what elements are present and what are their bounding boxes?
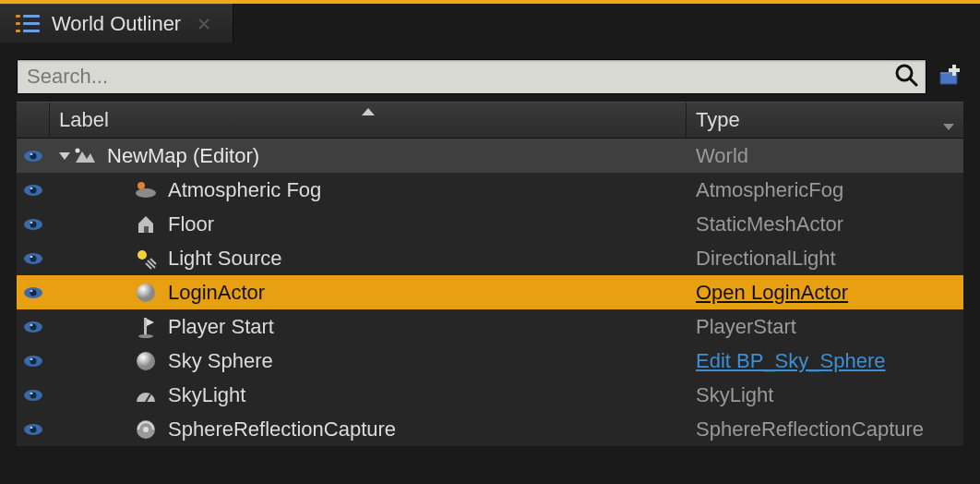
svg-point-32 — [30, 290, 33, 292]
svg-rect-22 — [144, 226, 149, 233]
row-label: NewMap (Editor) — [107, 144, 259, 168]
column-header-row: Label Type — [17, 102, 963, 139]
gauge-icon — [133, 382, 159, 408]
visibility-toggle[interactable] — [17, 252, 50, 265]
svg-rect-5 — [23, 30, 40, 32]
row-label: Player Start — [168, 315, 274, 339]
visibility-toggle[interactable] — [17, 184, 50, 197]
svg-rect-0 — [16, 15, 20, 18]
tree-row[interactable]: LoginActor Open LoginActor — [17, 275, 963, 309]
svg-point-45 — [30, 393, 33, 394]
search-icon[interactable] — [894, 63, 918, 91]
row-type: World — [696, 144, 748, 168]
flag-icon — [133, 314, 159, 340]
footer-space — [0, 446, 980, 461]
visibility-toggle[interactable] — [17, 355, 50, 368]
column-header-visibility[interactable] — [17, 103, 50, 138]
svg-point-38 — [138, 334, 153, 338]
row-type: DirectionalLight — [696, 247, 836, 271]
add-filter-button[interactable] — [936, 63, 963, 91]
svg-point-13 — [76, 148, 80, 152]
svg-line-7 — [910, 79, 916, 85]
svg-rect-1 — [23, 15, 40, 18]
visibility-toggle[interactable] — [17, 423, 50, 436]
tab-world-outliner[interactable]: World Outliner — [0, 4, 233, 42]
outliner-icon — [15, 13, 41, 35]
tree-row[interactable]: Sky Sphere Edit BP_Sky_Sphere — [17, 344, 963, 378]
visibility-toggle[interactable] — [17, 150, 50, 163]
svg-rect-4 — [16, 30, 20, 32]
world-icon — [72, 143, 98, 169]
tree-row[interactable]: Player Start PlayerStart — [17, 309, 963, 344]
visibility-toggle[interactable] — [17, 389, 50, 402]
row-type: StaticMeshActor — [696, 212, 843, 236]
visibility-toggle[interactable] — [17, 286, 50, 299]
house-icon — [133, 212, 159, 237]
svg-point-36 — [30, 324, 33, 326]
sphere-icon — [133, 280, 159, 306]
svg-point-25 — [30, 256, 33, 258]
reflection-icon — [133, 417, 159, 442]
fog-icon — [133, 177, 159, 203]
column-header-type-text: Type — [696, 108, 740, 132]
row-label: SphereReflectionCapture — [168, 417, 396, 442]
sun-icon — [133, 246, 159, 272]
svg-point-16 — [30, 188, 33, 189]
svg-point-51 — [143, 427, 149, 432]
row-label: SkyLight — [168, 383, 245, 407]
row-type: SkyLight — [696, 383, 773, 407]
column-header-label[interactable]: Label — [50, 103, 687, 138]
svg-point-21 — [30, 222, 33, 224]
svg-point-33 — [137, 284, 155, 302]
row-label: Atmospheric Fog — [168, 178, 321, 202]
svg-rect-3 — [23, 22, 40, 25]
svg-point-42 — [137, 352, 155, 370]
outliner-tree: NewMap (Editor) World Atmospheric Fog At… — [17, 139, 963, 446]
svg-point-26 — [137, 250, 147, 260]
search-row — [0, 42, 980, 102]
expand-toggle-icon[interactable] — [59, 152, 70, 160]
svg-point-17 — [136, 188, 156, 198]
svg-rect-2 — [16, 22, 20, 25]
tab-title: World Outliner — [52, 12, 181, 36]
visibility-toggle[interactable] — [17, 218, 50, 231]
tree-row-root[interactable]: NewMap (Editor) World — [17, 139, 963, 173]
sphere-icon — [133, 348, 159, 374]
row-type: AtmosphericFog — [696, 178, 843, 202]
close-icon[interactable] — [196, 16, 212, 32]
sort-ascending-icon — [362, 108, 375, 115]
visibility-toggle[interactable] — [17, 321, 50, 333]
row-type: PlayerStart — [696, 315, 796, 339]
row-label: Sky Sphere — [168, 349, 273, 373]
svg-rect-9 — [949, 68, 960, 72]
column-header-label-text: Label — [59, 108, 109, 132]
tree-row[interactable]: SkyLight SkyLight — [17, 378, 963, 412]
row-label: Floor — [168, 212, 214, 236]
tree-row[interactable]: Floor StaticMeshActor — [17, 207, 963, 241]
svg-point-49 — [30, 427, 33, 429]
filter-dropdown-icon[interactable] — [943, 124, 954, 130]
search-box[interactable] — [17, 59, 926, 94]
row-label: LoginActor — [168, 281, 265, 305]
tree-row[interactable]: SphereReflectionCapture SphereReflection… — [17, 412, 963, 446]
svg-rect-37 — [144, 318, 147, 336]
svg-point-12 — [30, 153, 33, 155]
tab-bar: World Outliner — [0, 4, 980, 42]
row-label: Light Source — [168, 247, 282, 271]
search-input[interactable] — [27, 65, 894, 89]
row-type: SphereReflectionCapture — [696, 417, 924, 442]
tree-row[interactable]: Atmospheric Fog AtmosphericFog — [17, 173, 963, 207]
column-header-type[interactable]: Type — [687, 103, 963, 138]
svg-point-41 — [30, 358, 33, 360]
row-type-link[interactable]: Open LoginActor — [696, 281, 848, 305]
svg-point-18 — [137, 182, 145, 189]
tree-row[interactable]: Light Source DirectionalLight — [17, 241, 963, 275]
row-type-link[interactable]: Edit BP_Sky_Sphere — [696, 349, 885, 373]
